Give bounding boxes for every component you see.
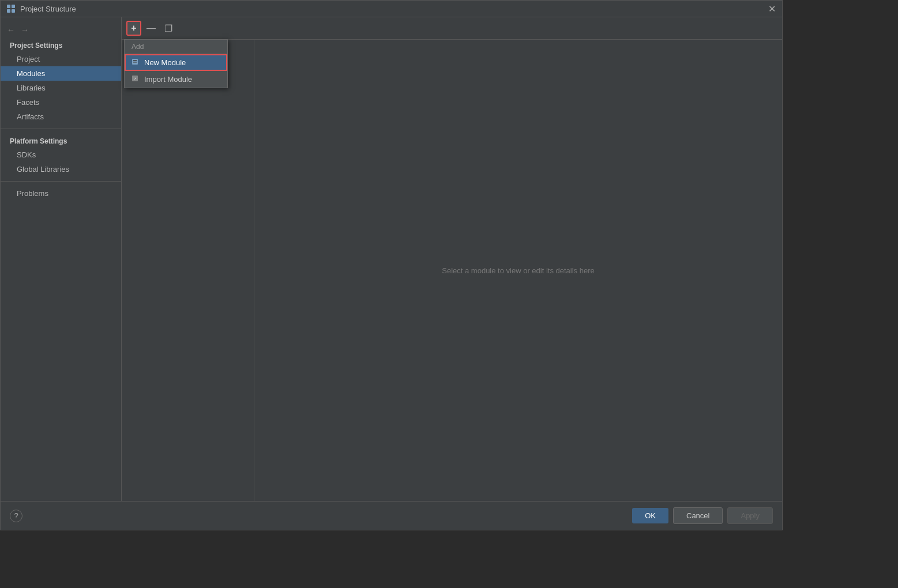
platform-settings-header: Platform Settings	[1, 134, 121, 148]
add-dropdown-menu: Add New Module	[124, 39, 228, 88]
copy-button[interactable]: ❐	[161, 21, 176, 36]
apply-button[interactable]: Apply	[727, 507, 773, 524]
content-area: + — ❐ Add	[122, 17, 782, 501]
minus-icon: —	[146, 23, 156, 33]
select-hint-text: Select a module to view or edit its deta…	[442, 266, 594, 275]
back-button[interactable]: ←	[5, 24, 17, 36]
remove-button[interactable]: —	[144, 21, 159, 36]
help-button[interactable]: ?	[10, 510, 22, 522]
dialog-title: Project Structure	[20, 5, 76, 13]
sidebar-item-project[interactable]: Project	[1, 52, 121, 66]
project-structure-dialog: Project Structure ✕ ← → Project Settings…	[0, 0, 783, 530]
svg-rect-3	[12, 9, 15, 13]
panels: Nothing to show Select a module to view …	[122, 40, 782, 501]
svg-rect-1	[12, 5, 15, 8]
sidebar-item-global-libraries[interactable]: Global Libraries	[1, 162, 121, 176]
cancel-button[interactable]: Cancel	[673, 507, 723, 524]
sidebar-divider-1	[1, 129, 121, 129]
forward-button[interactable]: →	[19, 24, 31, 36]
import-module-label: Import Module	[144, 75, 192, 84]
sidebar-item-modules[interactable]: Modules	[1, 66, 121, 81]
svg-rect-2	[7, 9, 10, 13]
svg-rect-6	[133, 62, 137, 63]
new-module-item[interactable]: New Module	[125, 54, 227, 71]
sidebar-item-libraries[interactable]: Libraries	[1, 81, 121, 95]
dropdown-header: Add	[125, 40, 227, 54]
title-bar-left: Project Structure	[6, 4, 76, 13]
sidebar-divider-2	[1, 181, 121, 182]
sidebar-item-facets[interactable]: Facets	[1, 95, 121, 110]
dialog-footer: ? OK Cancel Apply	[1, 501, 782, 530]
new-module-icon	[131, 58, 140, 67]
import-module-icon: ↗	[131, 74, 140, 84]
app-icon	[6, 4, 16, 13]
title-bar: Project Structure ✕	[1, 1, 782, 17]
sidebar-item-problems[interactable]: Problems	[1, 186, 121, 201]
toolbar: + — ❐ Add	[122, 17, 782, 40]
add-button[interactable]: +	[126, 21, 141, 36]
svg-rect-5	[133, 60, 137, 61]
sidebar-item-sdks[interactable]: SDKs	[1, 148, 121, 162]
import-module-item[interactable]: ↗ Import Module	[125, 71, 227, 88]
module-list-panel: Nothing to show	[122, 40, 254, 501]
ok-button[interactable]: OK	[632, 508, 668, 523]
plus-icon: +	[131, 23, 136, 33]
dialog-body: ← → Project Settings Project Modules Lib…	[1, 17, 782, 501]
close-button[interactable]: ✕	[767, 4, 776, 13]
nav-arrows: ← →	[1, 22, 121, 38]
module-detail-panel: Select a module to view or edit its deta…	[254, 40, 782, 501]
project-settings-header: Project Settings	[1, 38, 121, 52]
svg-rect-0	[7, 5, 10, 8]
new-module-label: New Module	[144, 58, 186, 67]
svg-text:↗: ↗	[133, 77, 137, 81]
copy-icon: ❐	[164, 23, 172, 34]
sidebar: ← → Project Settings Project Modules Lib…	[1, 17, 122, 501]
sidebar-item-artifacts[interactable]: Artifacts	[1, 110, 121, 124]
